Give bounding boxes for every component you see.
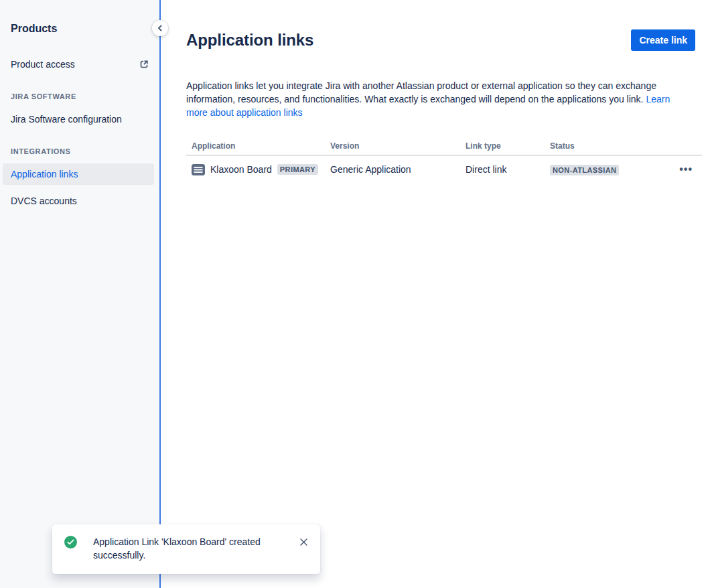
sidebar-item-label: Product access: [11, 59, 75, 70]
sidebar-collapse-button[interactable]: [152, 20, 168, 36]
sidebar-item-dvcs-accounts[interactable]: DVCS accounts: [0, 190, 159, 212]
sidebar-divider[interactable]: [159, 0, 161, 588]
page-header: Application links Create link: [186, 29, 695, 51]
page-description: Application links let you integrate Jira…: [186, 79, 691, 119]
success-toast: Application Link 'Klaxoon Board' created…: [52, 524, 320, 574]
status-cell: NON-ATLASSIAN: [545, 164, 662, 175]
column-header-link-type: Link type: [460, 141, 545, 151]
row-actions-button[interactable]: •••: [662, 163, 702, 175]
application-links-table: Application Version Link type Status Kla…: [186, 137, 702, 183]
create-link-button[interactable]: Create link: [631, 29, 695, 51]
column-header-application: Application: [186, 141, 325, 151]
sidebar-section-jira-software: JIRA SOFTWARE: [0, 91, 159, 102]
status-badge: NON-ATLASSIAN: [550, 165, 619, 175]
sidebar-item-application-links[interactable]: Application links: [3, 163, 154, 185]
settings-sidebar: Products Product access JIRA SOFTWARE Ji…: [0, 0, 159, 588]
sidebar-item-jira-software-configuration[interactable]: Jira Software configuration: [0, 108, 159, 130]
application-card-icon: [192, 164, 205, 175]
primary-badge: PRIMARY: [277, 164, 318, 175]
toast-message: Application Link 'Klaxoon Board' created…: [93, 535, 269, 562]
chevron-left-icon: [156, 24, 164, 32]
close-icon: [299, 538, 308, 546]
application-name: Klaxoon Board: [210, 164, 272, 175]
toast-close-button[interactable]: [297, 536, 309, 548]
column-header-status: Status: [545, 141, 662, 151]
sidebar-title: Products: [0, 22, 159, 35]
table-row: Klaxoon Board PRIMARY Generic Applicatio…: [186, 156, 702, 183]
column-header-version: Version: [325, 141, 460, 151]
sidebar-item-label: Jira Software configuration: [11, 114, 122, 125]
description-text: Application links let you integrate Jira…: [186, 80, 656, 104]
sidebar-item-label: Application links: [11, 169, 78, 179]
sidebar-item-product-access[interactable]: Product access: [0, 54, 159, 75]
link-type-cell: Direct link: [460, 164, 545, 175]
external-link-icon: [139, 60, 149, 69]
sidebar-item-label: DVCS accounts: [11, 196, 77, 206]
application-cell: Klaxoon Board PRIMARY: [186, 164, 325, 175]
sidebar-section-integrations: INTEGRATIONS: [0, 146, 159, 157]
main-content: Application links Create link Applicatio…: [161, 0, 710, 588]
page-title: Application links: [186, 31, 313, 50]
success-check-icon: [64, 536, 77, 548]
version-cell: Generic Application: [325, 164, 460, 175]
table-header-row: Application Version Link type Status: [186, 137, 702, 156]
